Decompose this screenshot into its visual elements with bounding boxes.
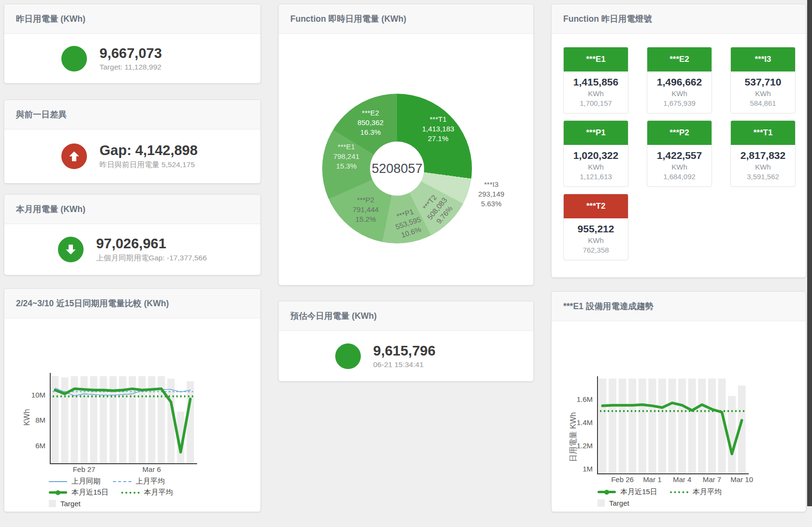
tile-unit: KWh: [731, 163, 795, 171]
tile-e1: ***E1 1,415,856 KWh 1,700,157: [563, 47, 628, 114]
status-circle-green: [61, 46, 87, 71]
panel-title: ***E1 設備用電達成趨勢: [552, 292, 806, 321]
tile-target: 1,700,157: [564, 99, 628, 107]
tile-target: 1,121,613: [564, 172, 628, 181]
stat-value: 9,667,073: [100, 45, 203, 61]
tile-header: ***E2: [647, 47, 712, 71]
legend-label: 本月平均: [693, 487, 722, 497]
tile-unit: KWh: [647, 163, 712, 171]
status-circle-green: [335, 343, 361, 369]
legend-item-this-month-avg[interactable]: 本月平均: [121, 488, 173, 497]
tile-t2: ***T2 955,212 KWh 762,358: [563, 194, 628, 260]
tile-target: 762,358: [564, 246, 628, 254]
donut-chart: 5208057 ***T11,413,18327.1% ***I3293,149…: [322, 94, 472, 243]
tile-header: ***T1: [731, 121, 795, 145]
stat-target: Target: 11,128,992: [100, 63, 203, 71]
panel-title: 與前一日差異: [4, 100, 260, 129]
dashboard: 昨日用電量 (KWh) 9,667,073 Target: 11,128,992…: [0, 0, 812, 527]
green-line-swatch: [598, 491, 616, 493]
tile-unit: KWh: [564, 163, 628, 171]
panel-title: 預估今日用電量 (KWh): [279, 301, 533, 331]
panel-title: Function 即時日用電量 (KWh): [279, 4, 533, 34]
panel-15day-comparison: 2/24~3/10 近15日同期用電量比較 (KWh) 6M8M10MFeb 2…: [4, 288, 261, 512]
svg-text:日用電量 KWh: 日用電量 KWh: [569, 412, 577, 462]
legend-row: 上月同期 上月平均: [49, 476, 185, 487]
tile-value: 955,212: [564, 223, 628, 235]
green-dot-swatch: [670, 491, 688, 493]
stat-timestamp: 06-21 15:34:41: [373, 360, 477, 369]
svg-text:6M: 6M: [35, 442, 45, 450]
panel-month-usage: 本月用電量 (KWh) 97,026,961 上個月同期用電Gap: -17,3…: [4, 194, 261, 275]
legend-item-this-month[interactable]: 本月近15日: [598, 487, 657, 497]
status-circle-green: [58, 237, 84, 262]
legend-label: 本月近15日: [620, 487, 657, 497]
svg-text:Mar 6: Mar 6: [142, 465, 161, 473]
legend-item-this-month-avg[interactable]: 本月平均: [670, 487, 722, 497]
svg-text:Feb 26: Feb 26: [611, 475, 634, 484]
scrollbar[interactable]: [807, 0, 812, 527]
tile-unit: KWh: [564, 89, 628, 98]
legend-label: 本月平均: [144, 488, 173, 497]
tile-target: 1,675,939: [647, 99, 712, 107]
chart-legend: 上月同期 上月平均 本月近15日 本月平均 Target: [49, 476, 185, 509]
panel-body: 97,026,961 上個月同期用電Gap: -17,377,566: [4, 224, 260, 275]
tile-p1: ***P1 1,020,322 KWh 1,121,613: [563, 120, 628, 187]
panel-title: Function 昨日用電燈號: [552, 4, 806, 34]
panel-body: 9,667,073 Target: 11,128,992: [4, 34, 260, 83]
target-square-swatch: [598, 499, 605, 507]
up-arrow-icon: [68, 150, 81, 163]
legend-item-target[interactable]: Target: [598, 499, 629, 507]
green-dot-swatch: [121, 492, 140, 494]
donut-label-e1: ***E1798,24115.3%: [333, 142, 359, 171]
panel-body: 6M8M10MFeb 27Mar 6KWh 上月同期 上月平均 本月近15日 本…: [4, 318, 260, 512]
stat-text: 9,615,796 06-21 15:34:41: [373, 343, 477, 369]
tile-header: ***T2: [564, 194, 628, 218]
svg-text:1.4M: 1.4M: [577, 418, 593, 427]
svg-text:Mar 7: Mar 7: [703, 475, 721, 484]
legend-row: 本月近15日 本月平均: [598, 486, 734, 498]
svg-text:Mar 4: Mar 4: [673, 475, 691, 484]
tile-unit: KWh: [647, 89, 712, 98]
svg-text:10M: 10M: [31, 391, 45, 399]
green-line-swatch: [49, 491, 67, 494]
legend-item-target[interactable]: Target: [49, 499, 81, 508]
legend-label: Target: [609, 499, 629, 507]
legend-row: Target: [598, 498, 734, 509]
legend-item-last-month-avg[interactable]: 上月平均: [113, 477, 165, 486]
target-square-swatch: [49, 500, 56, 507]
panel-title: 本月用電量 (KWh): [4, 195, 260, 224]
panel-yesterday-lights: Function 昨日用電燈號 ***E1 1,415,856 KWh 1,70…: [551, 4, 806, 278]
svg-text:Mar 1: Mar 1: [643, 475, 661, 484]
legend-item-last-month[interactable]: 上月同期: [49, 477, 100, 486]
stat-value: 9,615,796: [373, 343, 477, 359]
scrollbar-thumb[interactable]: [807, 0, 812, 506]
legend-row: 本月近15日 本月平均: [49, 487, 185, 498]
panel-realtime-usage: Function 即時日用電量 (KWh) 5208057 ***T11,413…: [278, 4, 534, 285]
panel-title: 2/24~3/10 近15日同期用電量比較 (KWh): [4, 289, 260, 318]
stat-sub: 上個月同期用電Gap: -17,377,566: [96, 253, 207, 263]
legend-label: 上月同期: [71, 477, 100, 486]
tiles-grid: ***E1 1,415,856 KWh 1,700,157 ***E2 1,49…: [552, 34, 806, 273]
stat-value: 97,026,961: [96, 236, 207, 252]
stat-value: Gap: 4,142,898: [100, 142, 203, 158]
tile-header: ***P2: [647, 121, 712, 145]
trend-chart: 1M1.2M1.4M1.6MFeb 26Mar 1Mar 4Mar 7Mar 1…: [552, 321, 807, 512]
svg-text:1.6M: 1.6M: [577, 395, 593, 403]
status-circle-red: [61, 143, 87, 169]
svg-text:1.2M: 1.2M: [577, 442, 593, 450]
donut-label-p2: ***P2791,44415.2%: [353, 195, 379, 224]
legend-label: 本月近15日: [71, 488, 109, 497]
tile-e2: ***E2 1,496,662 KWh 1,675,939: [647, 47, 712, 114]
tile-header: ***P1: [564, 121, 628, 145]
panel-gap-prev-day: 與前一日差異 Gap: 4,142,898 昨日與前日用電量 5,524,175: [4, 100, 261, 184]
tile-i3: ***I3 537,710 KWh 584,861: [730, 47, 796, 114]
tile-value: 1,422,557: [647, 150, 712, 161]
tile-value: 1,415,856: [564, 76, 628, 88]
blue-dash-swatch: [113, 481, 131, 482]
tile-target: 3,591,562: [731, 172, 795, 181]
tile-header: ***I3: [731, 47, 795, 71]
panel-body: 9,615,796 06-21 15:34:41: [279, 331, 533, 381]
tile-t1: ***T1 2,817,832 KWh 3,591,562: [730, 120, 796, 187]
legend-item-this-month[interactable]: 本月近15日: [49, 488, 109, 497]
svg-text:8M: 8M: [35, 416, 45, 424]
